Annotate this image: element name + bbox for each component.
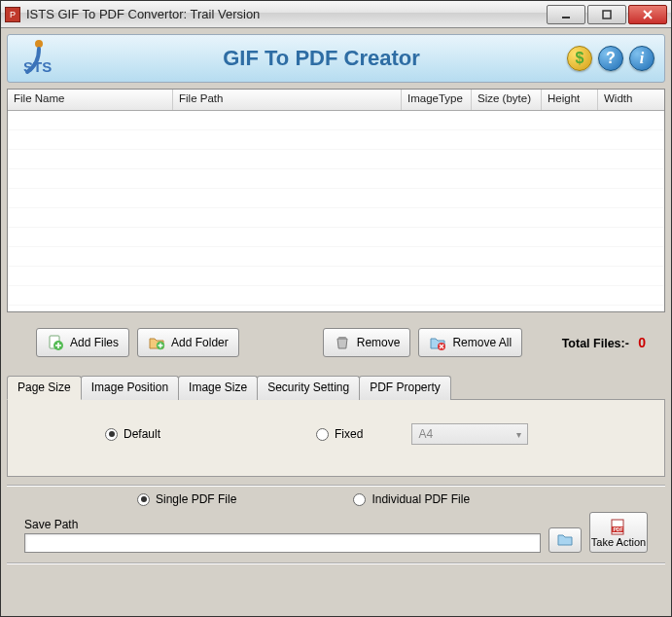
add-folder-button[interactable]: Add Folder [137,328,239,357]
app-icon: P [5,7,20,22]
col-height[interactable]: Height [542,90,598,110]
col-size[interactable]: Size (byte) [472,90,542,110]
tab-security-setting[interactable]: Security Setting [257,376,360,400]
window-title: ISTS GIF To PDF Convertor: Trail Version [26,7,260,21]
total-files-count: 0 [632,335,646,350]
radio-default-label: Default [124,427,160,441]
save-path-input[interactable] [24,533,541,553]
total-files-label: Total Files:- [562,337,629,350]
single-pdf-label: Single PDF File [156,492,236,506]
minimize-button[interactable] [547,5,585,24]
titlebar: P ISTS GIF To PDF Convertor: Trail Versi… [1,1,671,28]
close-button[interactable] [628,5,667,24]
col-file-path[interactable]: File Path [173,90,402,110]
svg-text:PDF: PDF [614,526,623,532]
file-toolbar: Add Files Add Folder Remove Remove All T… [7,328,665,357]
banner-title: GIF To PDF Creator [76,46,567,71]
paper-size-select[interactable]: A4 ▾ [411,423,528,445]
tab-image-size[interactable]: Image Size [178,376,258,400]
trash-icon [334,334,351,351]
remove-label: Remove [357,336,401,349]
add-files-label: Add Files [70,336,119,349]
info-icon[interactable]: i [629,46,654,71]
svg-point-4 [35,40,43,48]
total-files: Total Files:- 0 [562,335,646,350]
footer-divider [7,563,665,566]
chevron-down-icon: ▾ [516,429,521,440]
radio-dot-icon [316,428,329,441]
radio-fixed-label: Fixed [335,427,363,441]
pdf-icon: PDF [609,518,628,537]
browse-button[interactable] [548,527,582,553]
take-action-button[interactable]: PDF Take Action [589,512,648,553]
tabpanel-page-size: Default Fixed A4 ▾ [7,399,665,477]
tab-image-position[interactable]: Image Position [81,376,179,400]
col-file-name[interactable]: File Name [8,90,173,110]
add-folder-icon [148,334,165,351]
add-file-icon [47,334,64,351]
radio-single-pdf[interactable]: Single PDF File [137,492,236,506]
grid-header: File Name File Path ImageType Size (byte… [8,90,664,111]
radio-default[interactable]: Default [105,427,160,441]
remove-all-label: Remove All [452,336,512,349]
radio-dot-icon [105,428,118,441]
header-banner: STS GIF To PDF Creator $ ? i [7,34,665,83]
col-image-type[interactable]: ImageType [402,90,472,110]
radio-individual-pdf[interactable]: Individual PDF File [353,492,470,506]
add-folder-label: Add Folder [171,336,229,349]
output-section: Single PDF File Individual PDF File Save… [7,485,665,553]
remove-all-button[interactable]: Remove All [418,328,522,357]
remove-all-icon [429,334,446,351]
svg-text:STS: STS [23,58,52,75]
tab-pdf-property[interactable]: PDF Property [359,376,451,400]
radio-dot-icon [353,493,366,506]
file-grid: File Name File Path ImageType Size (byte… [7,89,665,312]
col-width[interactable]: Width [598,90,664,110]
grid-body[interactable] [8,111,664,311]
maximize-button[interactable] [587,5,626,24]
individual-pdf-label: Individual PDF File [371,492,470,506]
svg-rect-1 [603,11,611,18]
take-action-label: Take Action [591,537,646,548]
logo: STS [18,39,76,78]
tab-page-size[interactable]: Page Size [7,376,82,400]
svg-rect-9 [338,337,346,339]
folder-open-icon [556,531,574,550]
help-icon[interactable]: ? [598,46,623,71]
radio-dot-icon [137,493,150,506]
save-path-label: Save Path [24,518,541,531]
paper-size-value: A4 [418,427,433,441]
settings-tabs: Page Size Image Position Image Size Secu… [7,375,665,477]
buy-icon[interactable]: $ [567,46,592,71]
remove-button[interactable]: Remove [323,328,411,357]
add-files-button[interactable]: Add Files [36,328,129,357]
radio-fixed[interactable]: Fixed [316,427,363,441]
